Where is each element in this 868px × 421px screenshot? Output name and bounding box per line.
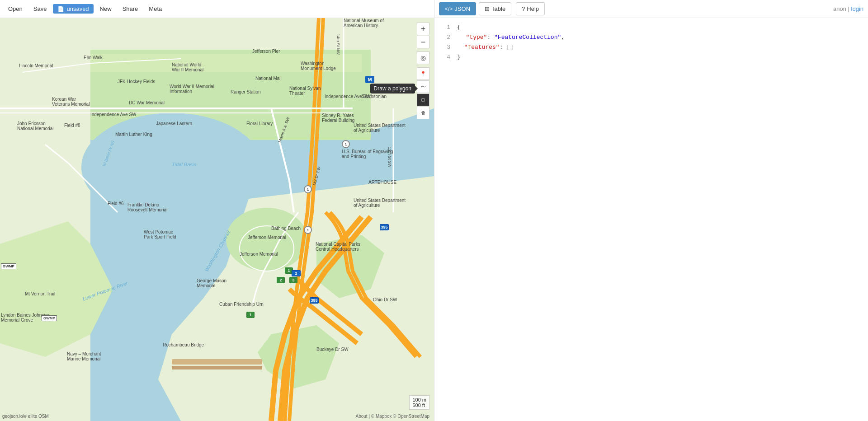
- map-label-cuban: Cuban Friendship Urn: [219, 302, 264, 307]
- svg-rect-18: [172, 359, 262, 365]
- map-label-korean: Korean WarVeterans Memorial: [52, 97, 90, 107]
- geojson-url[interactable]: geojson.io/#: [2, 414, 27, 419]
- right-toolbar: </> JSON ⊞ Table ? Help anon | login: [434, 0, 868, 18]
- zoom-in-button[interactable]: +: [417, 23, 429, 35]
- svg-marker-9: [316, 235, 384, 298]
- osm-label[interactable]: OSM: [38, 414, 49, 419]
- code-brace-close: }: [457, 52, 461, 62]
- map-label-independence2: Independence Ave SW: [325, 94, 371, 99]
- map-label-buckeye: Buckeye Dr SW: [316, 347, 349, 352]
- svg-rect-2: [90, 50, 371, 140]
- map-label-rochambeau: Rochambeau Bridge: [163, 342, 204, 347]
- zoom-out-button[interactable]: −: [417, 36, 429, 48]
- map-label-wbasin: W Basin Dr NS: [102, 140, 115, 167]
- code-colon2: :: [500, 42, 507, 52]
- map-label-monument-lodge: WashingtonMonument Lodge: [301, 61, 336, 71]
- satellite-label[interactable]: ellite: [28, 414, 38, 419]
- line-num-1: 1: [439, 23, 450, 33]
- share-button[interactable]: Share: [118, 4, 143, 14]
- route-badge-395b: 395: [310, 297, 319, 304]
- save-button[interactable]: Save: [29, 4, 52, 14]
- map-label-westpotomac: West PotomacPark Sport Field: [144, 229, 176, 239]
- code-brace-open: {: [457, 23, 461, 33]
- map-label-fdr: Franklin DelanoRoosevelt Memorial: [127, 202, 167, 212]
- help-icon: ?: [522, 5, 525, 12]
- scale-bar: 100 m 500 ft: [409, 395, 429, 410]
- draw-polygon-button[interactable]: ⬡: [417, 94, 429, 106]
- draw-marker-button[interactable]: 📍: [417, 67, 429, 80]
- svg-point-17: [240, 226, 294, 271]
- scale-500ft: 500 ft: [412, 402, 426, 408]
- map-label-ms-dr: MS Dr SW: [312, 166, 321, 186]
- help-button[interactable]: ? Help: [516, 2, 545, 15]
- svg-rect-19: [172, 366, 262, 370]
- map-label-floral: Floral Library: [246, 121, 273, 126]
- map-label-bureau: U.S. Bureau of Engravingand Printing: [342, 149, 393, 159]
- draw-line-button[interactable]: 〜: [417, 80, 429, 93]
- json-tab[interactable]: </> JSON: [439, 2, 476, 15]
- svg-marker-5: [0, 221, 113, 357]
- code-type-value: "FeatureCollection": [494, 33, 561, 42]
- svg-rect-3: [90, 54, 362, 72]
- code-icon: </>: [445, 6, 453, 12]
- auth-separator: |: [848, 5, 851, 12]
- draw-polygon-tooltip: Draw a polygon: [370, 84, 415, 94]
- map-container[interactable]: Lincoln Memorial Elm Walk JFK Hockey Fie…: [0, 18, 434, 421]
- map-label-jfk: JFK Hockey Fields: [118, 79, 155, 84]
- map-label-navy: Navy – MerchantMarine Memorial: [67, 351, 101, 361]
- map-label-jefferson1: Jefferson Memorial: [248, 235, 286, 240]
- map-label-ericsson: John EricssonNational Memorial: [17, 121, 54, 131]
- delete-button[interactable]: 🗑: [417, 107, 429, 119]
- route-badge-1a: 1: [342, 140, 350, 148]
- right-panel: </> JSON ⊞ Table ? Help anon | login 1 {: [434, 0, 868, 421]
- location-button[interactable]: ◎: [417, 51, 429, 64]
- metro-sign: M: [365, 76, 374, 83]
- map-label-mlk: Martin Luther King: [115, 132, 152, 137]
- map-label-ranger: Ranger Station: [231, 89, 261, 94]
- table-icon: ⊞: [485, 5, 490, 12]
- code-features-value: []: [506, 42, 514, 52]
- code-line-3: 3 "features" : []: [434, 42, 868, 52]
- map-label-field6: Field #6: [108, 201, 124, 206]
- map-label-sylvan: National SylvanTheater: [289, 86, 321, 96]
- map-label-smithsonian: Smithsonian: [362, 94, 387, 99]
- map-label-dcwar: DC War Memorial: [129, 100, 165, 105]
- gwmp-badge2: GWMP: [42, 315, 57, 321]
- svg-marker-10: [258, 325, 339, 388]
- table-tab-label: Table: [491, 5, 505, 12]
- map-label-pier: Jefferson Pier: [252, 49, 280, 54]
- new-button[interactable]: New: [95, 4, 116, 14]
- route-badge-395a: 395: [380, 224, 389, 230]
- map-attribution: About | © Mapbox © OpenStreetMap: [355, 414, 429, 419]
- title-badge: 📄 unsaved: [53, 4, 93, 14]
- svg-marker-7: [158, 176, 434, 421]
- svg-marker-1: [0, 18, 434, 131]
- map-label-jefferson2: Jefferson Memorial: [240, 252, 278, 257]
- map-label-field8: Field #8: [64, 123, 80, 128]
- map-label-lincoln: Lincoln Memorial: [19, 63, 53, 68]
- code-editor[interactable]: 1 { 2 "type" : "FeatureCollection" , 3 "…: [434, 18, 868, 421]
- map-label-nmah: National Museum ofAmerican History: [344, 18, 384, 28]
- map-controls: + − ◎ 📍 〜 ⬡ 🗑: [417, 23, 429, 119]
- map-label-wwii-info: World War II MemorialInformation: [170, 84, 214, 94]
- anon-label[interactable]: anon: [833, 5, 846, 12]
- code-indent2: [457, 42, 464, 52]
- map-label-artehouse: ARTEHOUSE: [368, 180, 396, 185]
- meta-button[interactable]: Meta: [144, 4, 166, 14]
- open-button[interactable]: Open: [4, 4, 27, 14]
- table-tab[interactable]: ⊞ Table: [479, 2, 511, 15]
- line-num-4: 4: [439, 52, 450, 62]
- code-line-2: 2 "type" : "FeatureCollection" ,: [434, 33, 868, 42]
- map-label-12th: 12th St SW: [387, 147, 392, 168]
- code-line-1: 1 {: [434, 23, 868, 33]
- map-label-washington-channel: Washington Channel: [203, 230, 231, 272]
- map-label-yates: Sidney R. YatesFederal Building: [322, 113, 354, 123]
- login-link[interactable]: login: [851, 5, 863, 12]
- svg-point-6: [81, 113, 262, 221]
- map-label-elm: Elm Walk: [84, 55, 103, 60]
- gwmp-badge: GWMP: [1, 263, 16, 269]
- route-badge-1c: 1: [304, 185, 312, 193]
- doc-icon: 📄: [57, 6, 64, 12]
- route-badge-2-green: 2: [277, 277, 285, 283]
- map-label-ncp: National Capital ParksCentral Headquarte…: [316, 242, 360, 252]
